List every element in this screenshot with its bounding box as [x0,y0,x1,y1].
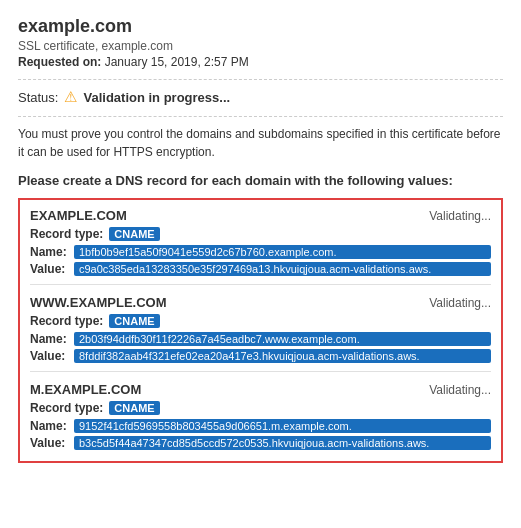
validating-text-1: Validating... [429,296,491,310]
domain-block-0: EXAMPLE.COM Validating... Record type: C… [30,208,491,285]
value-row-0: Value: c9a0c385eda13283350e35f297469a13.… [30,262,491,276]
divider-2 [18,116,503,117]
value-row-2: Value: b3c5d5f44a47347cd85d5ccd572c0535.… [30,436,491,450]
dns-records-container: EXAMPLE.COM Validating... Record type: C… [18,198,503,463]
value-value-0: c9a0c385eda13283350e35f297469a13.hkvuiqj… [74,262,491,276]
requested-date: January 15, 2019, 2:57 PM [105,55,249,69]
domain-name-1: WWW.EXAMPLE.COM [30,295,167,310]
page-title: example.com [18,16,503,37]
block-divider-0 [30,284,491,285]
domain-name-0: EXAMPLE.COM [30,208,127,223]
record-type-row-0: Record type: CNAME [30,227,491,241]
value-label-0: Value: [30,262,68,276]
name-value-0: 1bfb0b9ef15a50f9041e559d2c67b760.example… [74,245,491,259]
warning-icon: ⚠ [64,88,77,106]
value-label-1: Value: [30,349,68,363]
domain-header-0: EXAMPLE.COM Validating... [30,208,491,223]
name-row-2: Name: 9152f41cfd5969558b803455a9d06651.m… [30,419,491,433]
status-text: Validation in progress... [83,90,230,105]
name-value-2: 9152f41cfd5969558b803455a9d06651.m.examp… [74,419,491,433]
value-value-1: 8fddif382aab4f321efe02ea20a417e3.hkvuiqj… [74,349,491,363]
value-row-1: Value: 8fddif382aab4f321efe02ea20a417e3.… [30,349,491,363]
validating-text-0: Validating... [429,209,491,223]
requested-label: Requested on: [18,55,101,69]
record-type-label-2: Record type: [30,401,103,415]
description: You must prove you control the domains a… [18,125,503,161]
instruction: Please create a DNS record for each doma… [18,173,503,188]
status-label: Status: [18,90,58,105]
name-value-1: 2b03f94ddfb30f11f2226a7a45eadbc7.www.exa… [74,332,491,346]
validating-text-2: Validating... [429,383,491,397]
record-type-row-1: Record type: CNAME [30,314,491,328]
value-label-2: Value: [30,436,68,450]
domain-block-1: WWW.EXAMPLE.COM Validating... Record typ… [30,295,491,372]
domain-header-2: M.EXAMPLE.COM Validating... [30,382,491,397]
record-type-badge-0: CNAME [109,227,159,241]
record-type-badge-1: CNAME [109,314,159,328]
record-type-row-2: Record type: CNAME [30,401,491,415]
domain-name-2: M.EXAMPLE.COM [30,382,141,397]
name-label-1: Name: [30,332,68,346]
domain-block-2: M.EXAMPLE.COM Validating... Record type:… [30,382,491,450]
domain-header-1: WWW.EXAMPLE.COM Validating... [30,295,491,310]
record-type-label-1: Record type: [30,314,103,328]
name-label-0: Name: [30,245,68,259]
block-divider-1 [30,371,491,372]
name-label-2: Name: [30,419,68,433]
subtitle: SSL certificate, example.com [18,39,503,53]
name-row-1: Name: 2b03f94ddfb30f11f2226a7a45eadbc7.w… [30,332,491,346]
requested-line: Requested on: January 15, 2019, 2:57 PM [18,55,503,69]
divider-1 [18,79,503,80]
name-row-0: Name: 1bfb0b9ef15a50f9041e559d2c67b760.e… [30,245,491,259]
record-type-badge-2: CNAME [109,401,159,415]
value-value-2: b3c5d5f44a47347cd85d5ccd572c0535.hkvuiqj… [74,436,491,450]
record-type-label-0: Record type: [30,227,103,241]
